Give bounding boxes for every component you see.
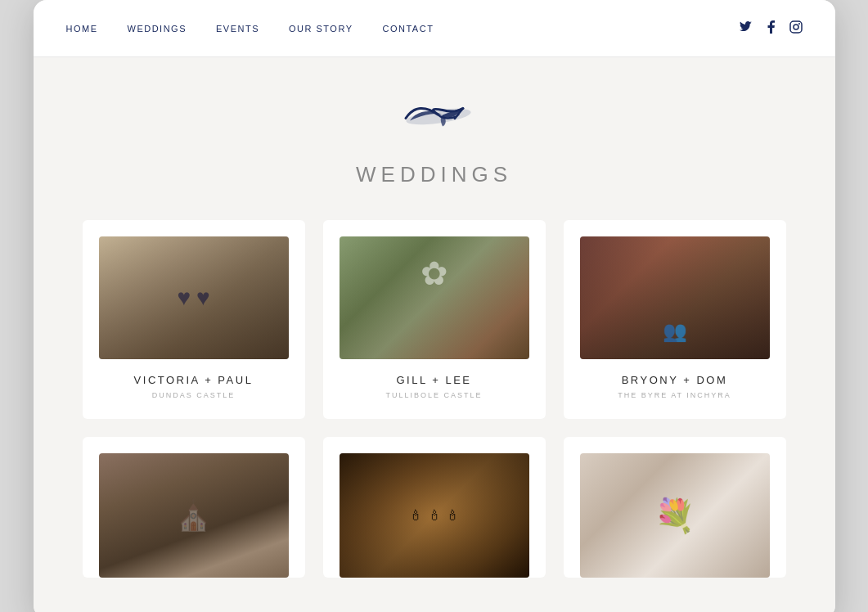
wedding-card-bryony-dom[interactable]: BRYONY + DOM THE BYRE AT INCHYRA: [564, 220, 786, 419]
wedding-card-bouquet[interactable]: [564, 437, 786, 578]
wedding-venue-victoria-paul: DUNDAS CASTLE: [152, 391, 236, 399]
wedding-card-church[interactable]: [83, 437, 305, 578]
nav-our-story[interactable]: OUR STORY: [289, 24, 353, 34]
brand-logo: [398, 90, 471, 139]
logo-area: [83, 90, 786, 139]
twitter-icon[interactable]: [740, 21, 753, 36]
wedding-name-bryony-dom: BRYONY + DOM: [622, 374, 728, 386]
wedding-photo-church: [99, 453, 289, 578]
weddings-grid-row1: VICTORIA + PAUL DUNDAS CASTLE GILL + LEE…: [83, 220, 786, 419]
nav-events[interactable]: EVENTS: [216, 24, 259, 34]
svg-point-1: [794, 25, 798, 29]
wedding-card-gill-lee[interactable]: GILL + LEE TULLIBOLE CASTLE: [323, 220, 546, 419]
nav-bar: HOME WEDDINGS EVENTS OUR STORY CONTACT: [34, 0, 835, 57]
nav-home[interactable]: HOME: [66, 24, 98, 34]
wedding-venue-bryony-dom: THE BYRE AT INCHYRA: [618, 391, 731, 399]
instagram-icon[interactable]: [789, 20, 803, 37]
wedding-photo-bryony-dom: [580, 236, 770, 359]
wedding-name-gill-lee: GILL + LEE: [396, 374, 471, 386]
svg-point-2: [798, 23, 800, 25]
nav-weddings[interactable]: WEDDINGS: [128, 24, 187, 34]
main-content: WEDDINGS VICTORIA + PAUL DUNDAS CASTLE G…: [34, 57, 835, 612]
nav-icons: [740, 20, 803, 37]
svg-rect-0: [790, 21, 802, 33]
wedding-photo-bouquet: [580, 453, 770, 578]
wedding-venue-gill-lee: TULLIBOLE CASTLE: [385, 391, 482, 399]
facebook-icon[interactable]: [767, 20, 775, 37]
wedding-photo-candles: [340, 453, 529, 578]
nav-links: HOME WEDDINGS EVENTS OUR STORY CONTACT: [66, 24, 434, 34]
wedding-card-victoria-paul[interactable]: VICTORIA + PAUL DUNDAS CASTLE: [83, 220, 305, 419]
wedding-photo-gill-lee: [340, 236, 529, 359]
weddings-grid-row2: [83, 437, 786, 578]
wedding-card-candles[interactable]: [323, 437, 546, 578]
wedding-photo-victoria-paul: [99, 236, 289, 359]
nav-contact[interactable]: CONTACT: [383, 24, 434, 34]
wedding-name-victoria-paul: VICTORIA + PAUL: [134, 374, 254, 386]
browser-frame: HOME WEDDINGS EVENTS OUR STORY CONTACT: [34, 0, 835, 612]
page-title: WEDDINGS: [83, 162, 786, 187]
